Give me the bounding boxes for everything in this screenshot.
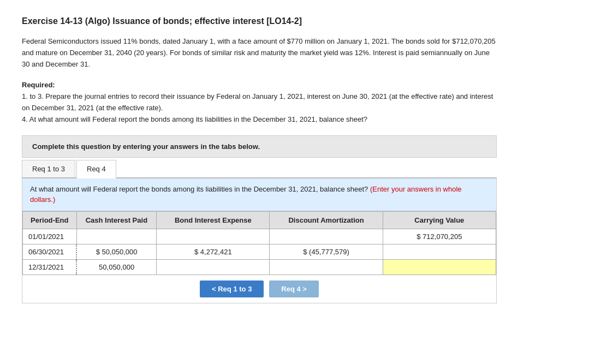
required-label: Required: (22, 81, 55, 89)
col-bond-interest: Bond Interest Expense (157, 211, 270, 229)
tab-req4[interactable]: Req 4 (76, 160, 116, 178)
tab-info-main: At what amount will Federal report the b… (30, 185, 368, 193)
bond-input-12[interactable] (157, 259, 270, 275)
carry-12-input[interactable] (383, 259, 496, 275)
discount-amort-input[interactable] (275, 263, 377, 271)
tab-info: At what amount will Federal report the b… (22, 178, 496, 211)
bond-01 (157, 229, 270, 244)
period-01: 01/01/2021 (23, 229, 77, 244)
cash-06: $ 50,050,000 (76, 244, 157, 259)
instruction-box: Complete this question by entering your … (22, 135, 497, 158)
amortization-table: Period-End Cash Interest Paid Bond Inter… (22, 211, 496, 275)
cash-01 (76, 229, 157, 244)
carry-01: $ 712,070,205 (383, 229, 496, 244)
table-row: 01/01/2021 $ 712,070,205 (23, 229, 496, 244)
nav-buttons: < Req 1 to 3 Req 4 > (22, 275, 496, 303)
disc-01 (270, 229, 383, 244)
intro-text: Federal Semiconductors issued 11% bonds,… (22, 36, 497, 70)
cash-12: 50,050,000 (76, 259, 157, 275)
carry-06 (383, 244, 496, 259)
disc-06: $ (45,777,579) (270, 244, 383, 259)
bond-interest-input[interactable] (162, 263, 264, 271)
period-06: 06/30/2021 (23, 244, 77, 259)
prev-button[interactable]: < Req 1 to 3 (200, 281, 264, 297)
table-row: 06/30/2021 $ 50,050,000 $ 4,272,421 $ (4… (23, 244, 496, 259)
tab-content: At what amount will Federal report the b… (22, 178, 497, 303)
table-row: 12/31/2021 50,050,000 (23, 259, 496, 275)
col-carrying-value: Carrying Value (383, 211, 496, 229)
required-section: Required: 1. to 3. Prepare the journal e… (22, 80, 497, 125)
required-2: 4. At what amount will Federal report th… (22, 114, 497, 126)
col-discount-amort: Discount Amortization (270, 211, 383, 229)
col-period-end: Period-End (23, 211, 77, 229)
disc-input-12[interactable] (270, 259, 383, 275)
page-title: Exercise 14-13 (Algo) Issuance of bonds;… (22, 16, 579, 26)
period-12: 12/31/2021 (23, 259, 77, 275)
tab-req1to3[interactable]: Req 1 to 3 (22, 160, 75, 177)
required-1: 1. to 3. Prepare the journal entries to … (22, 91, 497, 114)
col-cash-interest: Cash Interest Paid (76, 211, 157, 229)
carrying-value-input[interactable] (389, 263, 490, 271)
tabs-container: Req 1 to 3 Req 4 At what amount will Fed… (22, 160, 497, 303)
next-button[interactable]: Req 4 > (269, 281, 319, 297)
tabs-row: Req 1 to 3 Req 4 (22, 160, 497, 178)
bond-06: $ 4,272,421 (157, 244, 270, 259)
